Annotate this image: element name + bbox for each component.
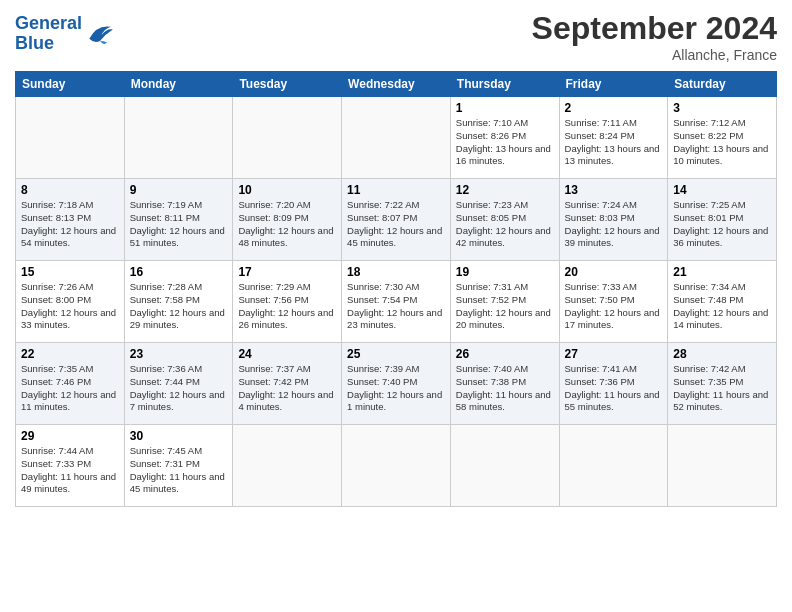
page: General Blue September 2024 Allanche, Fr…: [0, 0, 792, 612]
day-info: Sunrise: 7:39 AM Sunset: 7:40 PM Dayligh…: [347, 363, 445, 414]
day-number: 9: [130, 183, 228, 197]
logo-text: General: [15, 14, 82, 34]
day-info: Sunrise: 7:44 AM Sunset: 7:33 PM Dayligh…: [21, 445, 119, 496]
table-row: 21Sunrise: 7:34 AM Sunset: 7:48 PM Dayli…: [668, 261, 777, 343]
day-number: 29: [21, 429, 119, 443]
col-friday: Friday: [559, 72, 668, 97]
table-row: [124, 97, 233, 179]
day-number: 22: [21, 347, 119, 361]
calendar-week-row: 22Sunrise: 7:35 AM Sunset: 7:46 PM Dayli…: [16, 343, 777, 425]
table-row: 13Sunrise: 7:24 AM Sunset: 8:03 PM Dayli…: [559, 179, 668, 261]
day-number: 12: [456, 183, 554, 197]
day-number: 28: [673, 347, 771, 361]
header: General Blue September 2024 Allanche, Fr…: [15, 10, 777, 63]
day-info: Sunrise: 7:18 AM Sunset: 8:13 PM Dayligh…: [21, 199, 119, 250]
calendar-week-row: 8Sunrise: 7:18 AM Sunset: 8:13 PM Daylig…: [16, 179, 777, 261]
table-row: [342, 97, 451, 179]
calendar-header-row: Sunday Monday Tuesday Wednesday Thursday…: [16, 72, 777, 97]
day-info: Sunrise: 7:20 AM Sunset: 8:09 PM Dayligh…: [238, 199, 336, 250]
table-row: 3Sunrise: 7:12 AM Sunset: 8:22 PM Daylig…: [668, 97, 777, 179]
table-row: [16, 97, 125, 179]
col-thursday: Thursday: [450, 72, 559, 97]
table-row: 1Sunrise: 7:10 AM Sunset: 8:26 PM Daylig…: [450, 97, 559, 179]
day-info: Sunrise: 7:24 AM Sunset: 8:03 PM Dayligh…: [565, 199, 663, 250]
col-tuesday: Tuesday: [233, 72, 342, 97]
logo-subtext: Blue: [15, 34, 82, 54]
col-saturday: Saturday: [668, 72, 777, 97]
day-info: Sunrise: 7:34 AM Sunset: 7:48 PM Dayligh…: [673, 281, 771, 332]
day-number: 23: [130, 347, 228, 361]
day-info: Sunrise: 7:30 AM Sunset: 7:54 PM Dayligh…: [347, 281, 445, 332]
day-number: 21: [673, 265, 771, 279]
table-row: [668, 425, 777, 507]
table-row: 18Sunrise: 7:30 AM Sunset: 7:54 PM Dayli…: [342, 261, 451, 343]
day-number: 18: [347, 265, 445, 279]
calendar-week-row: 29Sunrise: 7:44 AM Sunset: 7:33 PM Dayli…: [16, 425, 777, 507]
day-number: 3: [673, 101, 771, 115]
day-number: 13: [565, 183, 663, 197]
col-sunday: Sunday: [16, 72, 125, 97]
table-row: 20Sunrise: 7:33 AM Sunset: 7:50 PM Dayli…: [559, 261, 668, 343]
day-info: Sunrise: 7:12 AM Sunset: 8:22 PM Dayligh…: [673, 117, 771, 168]
day-info: Sunrise: 7:26 AM Sunset: 8:00 PM Dayligh…: [21, 281, 119, 332]
table-row: 11Sunrise: 7:22 AM Sunset: 8:07 PM Dayli…: [342, 179, 451, 261]
table-row: [233, 425, 342, 507]
day-info: Sunrise: 7:36 AM Sunset: 7:44 PM Dayligh…: [130, 363, 228, 414]
day-number: 11: [347, 183, 445, 197]
day-info: Sunrise: 7:10 AM Sunset: 8:26 PM Dayligh…: [456, 117, 554, 168]
table-row: [233, 97, 342, 179]
day-number: 20: [565, 265, 663, 279]
day-number: 24: [238, 347, 336, 361]
title-block: September 2024 Allanche, France: [532, 10, 777, 63]
logo: General Blue: [15, 14, 115, 54]
day-number: 10: [238, 183, 336, 197]
table-row: 29Sunrise: 7:44 AM Sunset: 7:33 PM Dayli…: [16, 425, 125, 507]
day-info: Sunrise: 7:45 AM Sunset: 7:31 PM Dayligh…: [130, 445, 228, 496]
day-number: 30: [130, 429, 228, 443]
col-wednesday: Wednesday: [342, 72, 451, 97]
table-row: 23Sunrise: 7:36 AM Sunset: 7:44 PM Dayli…: [124, 343, 233, 425]
table-row: 8Sunrise: 7:18 AM Sunset: 8:13 PM Daylig…: [16, 179, 125, 261]
location: Allanche, France: [532, 47, 777, 63]
table-row: 22Sunrise: 7:35 AM Sunset: 7:46 PM Dayli…: [16, 343, 125, 425]
day-info: Sunrise: 7:25 AM Sunset: 8:01 PM Dayligh…: [673, 199, 771, 250]
day-info: Sunrise: 7:42 AM Sunset: 7:35 PM Dayligh…: [673, 363, 771, 414]
table-row: 9Sunrise: 7:19 AM Sunset: 8:11 PM Daylig…: [124, 179, 233, 261]
table-row: 26Sunrise: 7:40 AM Sunset: 7:38 PM Dayli…: [450, 343, 559, 425]
day-info: Sunrise: 7:37 AM Sunset: 7:42 PM Dayligh…: [238, 363, 336, 414]
table-row: [559, 425, 668, 507]
day-number: 1: [456, 101, 554, 115]
day-info: Sunrise: 7:35 AM Sunset: 7:46 PM Dayligh…: [21, 363, 119, 414]
calendar-week-row: 1Sunrise: 7:10 AM Sunset: 8:26 PM Daylig…: [16, 97, 777, 179]
day-number: 15: [21, 265, 119, 279]
day-info: Sunrise: 7:29 AM Sunset: 7:56 PM Dayligh…: [238, 281, 336, 332]
day-info: Sunrise: 7:40 AM Sunset: 7:38 PM Dayligh…: [456, 363, 554, 414]
day-number: 17: [238, 265, 336, 279]
day-info: Sunrise: 7:23 AM Sunset: 8:05 PM Dayligh…: [456, 199, 554, 250]
day-number: 25: [347, 347, 445, 361]
table-row: 15Sunrise: 7:26 AM Sunset: 8:00 PM Dayli…: [16, 261, 125, 343]
table-row: 2Sunrise: 7:11 AM Sunset: 8:24 PM Daylig…: [559, 97, 668, 179]
day-info: Sunrise: 7:19 AM Sunset: 8:11 PM Dayligh…: [130, 199, 228, 250]
table-row: [342, 425, 451, 507]
day-number: 14: [673, 183, 771, 197]
logo-bird-icon: [85, 21, 115, 46]
day-info: Sunrise: 7:28 AM Sunset: 7:58 PM Dayligh…: [130, 281, 228, 332]
day-number: 19: [456, 265, 554, 279]
day-number: 26: [456, 347, 554, 361]
table-row: 19Sunrise: 7:31 AM Sunset: 7:52 PM Dayli…: [450, 261, 559, 343]
table-row: 16Sunrise: 7:28 AM Sunset: 7:58 PM Dayli…: [124, 261, 233, 343]
day-number: 8: [21, 183, 119, 197]
table-row: 28Sunrise: 7:42 AM Sunset: 7:35 PM Dayli…: [668, 343, 777, 425]
table-row: 24Sunrise: 7:37 AM Sunset: 7:42 PM Dayli…: [233, 343, 342, 425]
calendar: Sunday Monday Tuesday Wednesday Thursday…: [15, 71, 777, 507]
table-row: 14Sunrise: 7:25 AM Sunset: 8:01 PM Dayli…: [668, 179, 777, 261]
table-row: 17Sunrise: 7:29 AM Sunset: 7:56 PM Dayli…: [233, 261, 342, 343]
day-info: Sunrise: 7:33 AM Sunset: 7:50 PM Dayligh…: [565, 281, 663, 332]
table-row: 25Sunrise: 7:39 AM Sunset: 7:40 PM Dayli…: [342, 343, 451, 425]
table-row: 10Sunrise: 7:20 AM Sunset: 8:09 PM Dayli…: [233, 179, 342, 261]
table-row: [450, 425, 559, 507]
table-row: 30Sunrise: 7:45 AM Sunset: 7:31 PM Dayli…: [124, 425, 233, 507]
day-info: Sunrise: 7:11 AM Sunset: 8:24 PM Dayligh…: [565, 117, 663, 168]
day-info: Sunrise: 7:41 AM Sunset: 7:36 PM Dayligh…: [565, 363, 663, 414]
